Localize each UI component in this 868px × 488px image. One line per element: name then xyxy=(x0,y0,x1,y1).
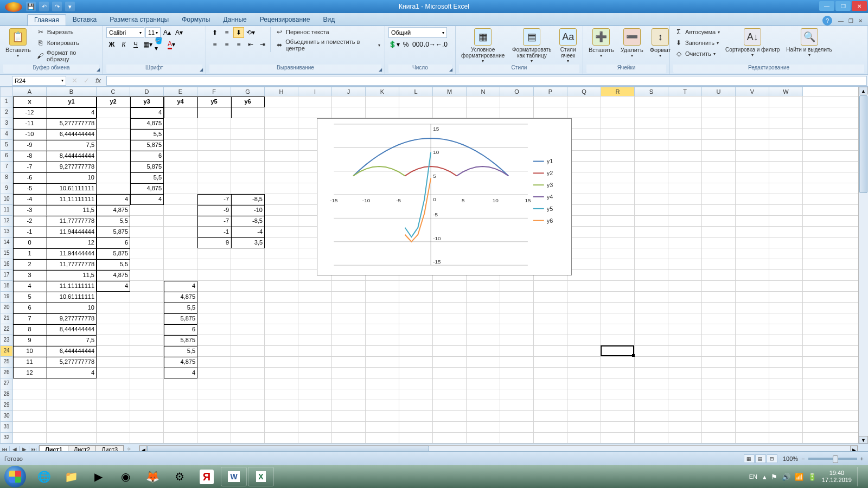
cell-B6[interactable]: 8,444444444 xyxy=(47,151,97,162)
row-header-4[interactable]: 4 xyxy=(0,129,13,140)
fx-icon[interactable]: fx xyxy=(92,76,104,85)
cell-B4[interactable]: 6,444444444 xyxy=(47,129,97,140)
row-header-21[interactable]: 21 xyxy=(0,313,13,324)
page-layout-view-icon[interactable]: ▤ xyxy=(755,454,766,463)
col-header-O[interactable]: O xyxy=(500,87,534,97)
volume-icon[interactable]: 🔊 xyxy=(782,473,790,481)
excel-icon[interactable]: X xyxy=(248,467,274,486)
number-format-select[interactable]: Общий▾ xyxy=(388,27,447,38)
cell-F12[interactable]: -7 xyxy=(197,216,231,227)
cell-C10[interactable]: 4 xyxy=(97,194,130,205)
tab-Рецензирование[interactable]: Рецензирование xyxy=(253,14,317,25)
language-indicator[interactable]: EN xyxy=(749,473,757,480)
row-header-28[interactable]: 28 xyxy=(0,389,13,400)
doc-minimize-icon[interactable]: — xyxy=(837,18,845,25)
tab-Главная[interactable]: Главная xyxy=(27,14,66,25)
font-dialog-icon[interactable]: ◢ xyxy=(198,67,205,74)
sort-filter-button[interactable]: A↓Сортировка и фильтр▾ xyxy=(723,27,782,59)
clipboard-dialog-icon[interactable]: ◢ xyxy=(95,67,101,74)
cell-B13[interactable]: 11,94444444 xyxy=(47,227,97,237)
cell-A11[interactable]: -3 xyxy=(13,205,47,216)
cell-E25[interactable]: 4,875 xyxy=(164,357,197,368)
delete-cells-button[interactable]: ➖Удалить▾ xyxy=(618,27,646,59)
row-header-12[interactable]: 12 xyxy=(0,216,13,227)
align-top-icon[interactable]: ⬆ xyxy=(209,27,220,38)
cell-D10[interactable]: 4 xyxy=(130,194,164,205)
cell-D2[interactable]: 4 xyxy=(130,107,164,118)
active-cell[interactable] xyxy=(601,345,634,356)
format-painter-button[interactable]: 🖌Формат по образцу xyxy=(35,49,99,63)
row-header-16[interactable]: 16 xyxy=(0,259,13,270)
cell-D1[interactable]: y3 xyxy=(130,97,164,107)
row-header-13[interactable]: 13 xyxy=(0,227,13,237)
cell-C16[interactable]: 5,5 xyxy=(97,259,130,270)
cell-E24[interactable]: 5,5 xyxy=(164,346,197,357)
scroll-down-icon[interactable]: ▼ xyxy=(859,436,868,444)
cell-A9[interactable]: -5 xyxy=(13,183,47,194)
ie-icon[interactable]: 🌐 xyxy=(31,467,57,486)
vscroll-thumb[interactable] xyxy=(859,95,867,193)
col-header-V[interactable]: V xyxy=(736,87,769,97)
cell-B16[interactable]: 11,77777778 xyxy=(47,259,97,270)
col-header-F[interactable]: F xyxy=(197,87,231,97)
cell-A6[interactable]: -8 xyxy=(13,151,47,162)
tab-Вид[interactable]: Вид xyxy=(316,14,341,25)
row-header-25[interactable]: 25 xyxy=(0,357,13,368)
row-header-18[interactable]: 18 xyxy=(0,281,13,292)
row-header-2[interactable]: 2 xyxy=(0,107,13,118)
media-player-icon[interactable]: ▶ xyxy=(85,467,111,486)
cell-F10[interactable]: -7 xyxy=(197,194,231,205)
col-header-H[interactable]: H xyxy=(265,87,298,97)
col-header-L[interactable]: L xyxy=(399,87,433,97)
row-header-10[interactable]: 10 xyxy=(0,194,13,205)
qat-more-icon[interactable]: ▾ xyxy=(65,2,75,11)
insert-cells-button[interactable]: ➕Вставить▾ xyxy=(586,27,616,59)
row-header-14[interactable]: 14 xyxy=(0,237,13,248)
cell-A20[interactable]: 6 xyxy=(13,303,47,313)
spreadsheet-grid[interactable]: -15-10-5051015-15-10-551015y1y2y3y4y5y6 … xyxy=(13,97,868,444)
cell-A17[interactable]: 3 xyxy=(13,270,47,281)
minimize-button[interactable]: — xyxy=(819,1,834,11)
cell-E21[interactable]: 5,875 xyxy=(164,313,197,324)
bold-button[interactable]: Ж xyxy=(106,39,117,50)
cell-styles-button[interactable]: AaСтили ячеек▾ xyxy=(557,27,579,65)
fill-button[interactable]: ⬇Заполнить ▾ xyxy=(673,38,721,48)
word-icon[interactable]: W xyxy=(221,467,247,486)
col-header-N[interactable]: N xyxy=(467,87,500,97)
cell-A10[interactable]: -4 xyxy=(13,194,47,205)
name-box[interactable]: R24▾ xyxy=(12,76,66,86)
col-header-K[interactable]: K xyxy=(366,87,399,97)
cell-A22[interactable]: 8 xyxy=(13,324,47,335)
col-header-I[interactable]: I xyxy=(298,87,332,97)
cell-C12[interactable]: 5,5 xyxy=(97,216,130,227)
row-header-20[interactable]: 20 xyxy=(0,303,13,313)
orientation-icon[interactable]: ⟲▾ xyxy=(245,27,256,38)
indent-decrease-icon[interactable]: ⇤ xyxy=(245,39,256,50)
cell-B18[interactable]: 11,11111111 xyxy=(47,281,97,292)
font-size-select[interactable]: 11▾ xyxy=(145,27,161,38)
tab-Вставка[interactable]: Вставка xyxy=(66,14,104,25)
col-header-P[interactable]: P xyxy=(534,87,567,97)
cell-E26[interactable]: 4 xyxy=(164,368,197,378)
cell-D3[interactable]: 4,875 xyxy=(130,118,164,129)
cell-B9[interactable]: 10,61111111 xyxy=(47,183,97,194)
cell-G11[interactable]: -10 xyxy=(231,205,265,216)
paste-button[interactable]: 📋 Вставить▾ xyxy=(3,27,33,59)
find-select-button[interactable]: 🔍Найти и выделить▾ xyxy=(784,27,834,59)
col-header-R[interactable]: R xyxy=(601,87,635,97)
cell-A21[interactable]: 7 xyxy=(13,313,47,324)
scroll-up-icon[interactable]: ▲ xyxy=(859,87,868,94)
cell-C15[interactable]: 5,875 xyxy=(97,248,130,259)
select-all-corner[interactable] xyxy=(0,87,13,97)
col-header-B[interactable]: B xyxy=(47,87,97,97)
cell-A13[interactable]: -1 xyxy=(13,227,47,237)
col-header-T[interactable]: T xyxy=(668,87,702,97)
align-left-icon[interactable]: ≡ xyxy=(209,39,220,50)
clock[interactable]: 19:40 17.12.2019 xyxy=(822,470,852,484)
number-dialog-icon[interactable]: ◢ xyxy=(448,67,454,74)
embedded-chart[interactable]: -15-10-5051015-15-10-551015y1y2y3y4y5y6 xyxy=(317,118,572,275)
doc-close-icon[interactable]: ✕ xyxy=(856,18,865,25)
col-header-C[interactable]: C xyxy=(97,87,130,97)
col-header-A[interactable]: A xyxy=(13,87,47,97)
row-header-30[interactable]: 30 xyxy=(0,411,13,422)
